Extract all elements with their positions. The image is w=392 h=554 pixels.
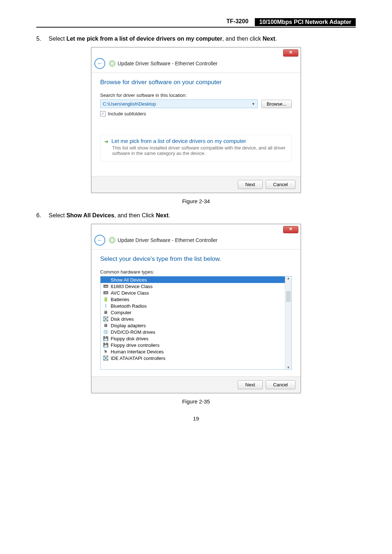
list-item-label: Floppy disk drives	[111, 336, 148, 341]
checkbox-checked-icon[interactable]: ✓	[100, 111, 106, 116]
list-item[interactable]: 🖱 Human Interface Devices	[101, 348, 291, 355]
dvd-icon: 💿	[103, 329, 109, 335]
breadcrumb: ← Update Driver Software - Ethernet Cont…	[91, 233, 301, 249]
list-item[interactable]: 💾 Floppy drive controllers	[101, 342, 291, 348]
step-6-number: 6.	[36, 212, 49, 219]
step-5-number: 5.	[36, 36, 49, 42]
list-item-label: Bluetooth Radios	[111, 303, 147, 309]
dialog-browse-driver: ✕ ← Update Driver Software - Ethernet Co…	[91, 47, 301, 193]
search-label: Search for driver software in this locat…	[100, 93, 292, 98]
dialog-titlebar: ✕	[91, 48, 301, 57]
pick-from-list-option[interactable]: ➔ Let me pick from a list of device driv…	[100, 135, 292, 161]
device-icon: 📼	[103, 283, 109, 289]
dialog-title: Browse for driver software on your compu…	[100, 79, 292, 86]
option-title: Let me pick from a list of device driver…	[111, 138, 246, 144]
path-input-value: C:\Users\english\Desktop	[103, 101, 156, 107]
battery-icon: 🔋	[103, 296, 109, 302]
step-5-text: Select Let me pick from a list of device…	[49, 36, 356, 42]
step-6-bold-1: Show All Devices	[66, 212, 114, 218]
ide-icon: 💽	[103, 355, 109, 361]
next-button[interactable]: Next	[238, 180, 263, 189]
list-item-label: Disk drives	[111, 316, 134, 322]
device-type-list[interactable]: Show All Devices 📼 61883 Device Class 📼 …	[100, 276, 292, 370]
list-item-label: Display adapters	[111, 323, 146, 328]
list-item[interactable]: 📼 61883 Device Class	[101, 283, 291, 290]
disc-icon	[109, 237, 115, 243]
list-item-label: Human Interface Devices	[111, 349, 164, 354]
device-icon: 📼	[103, 290, 109, 296]
list-item-label: Batteries	[111, 297, 129, 302]
list-item[interactable]: Show All Devices	[101, 276, 291, 283]
include-subfolders-label: Include subfolders	[108, 111, 146, 116]
button-bar: Next Cancel	[91, 176, 301, 193]
step-5-mid: , and then click	[222, 36, 262, 42]
computer-icon: 🖥	[103, 309, 109, 315]
floppy-controller-icon: 💾	[103, 342, 109, 348]
breadcrumb: ← Update Driver Software - Ethernet Cont…	[91, 57, 301, 73]
scroll-down-icon[interactable]: ▼	[287, 366, 290, 369]
figure-caption-1: Figure 2-34	[36, 198, 356, 204]
list-item-label: Computer	[111, 310, 131, 315]
list-item[interactable]: 💽 IDE ATA/ATAPI controllers	[101, 355, 291, 361]
breadcrumb-text: Update Driver Software - Ethernet Contro…	[118, 237, 217, 243]
list-item-label: Floppy drive controllers	[111, 342, 159, 348]
dialog-title: Select your device's type from the list …	[100, 255, 292, 263]
disk-icon: 💽	[103, 316, 109, 322]
list-item-label: IDE ATA/ATAPI controllers	[111, 356, 166, 361]
scroll-up-icon[interactable]: ▲	[287, 276, 290, 280]
step-6-suffix: .	[168, 212, 170, 218]
list-item[interactable]: 🖥 Display adapters	[101, 322, 291, 329]
arrow-right-icon: ➔	[104, 139, 109, 144]
chevron-down-icon[interactable]: ▼	[252, 102, 255, 106]
breadcrumb-text: Update Driver Software - Ethernet Contro…	[118, 61, 217, 66]
list-item-label: AVC Device Class	[111, 290, 149, 296]
step-5-bold-1: Let me pick from a list of device driver…	[66, 36, 222, 42]
cancel-button[interactable]: Cancel	[266, 180, 295, 189]
header-model: TF-3200	[226, 18, 248, 26]
step-6: 6. Select Show All Devices, and then Cli…	[36, 212, 356, 219]
blank-icon	[103, 277, 109, 283]
button-bar: Next Cancel	[91, 376, 301, 393]
back-arrow-icon[interactable]: ←	[94, 58, 105, 69]
step-6-prefix: Select	[49, 212, 66, 218]
floppy-icon: 💾	[103, 336, 109, 341]
back-arrow-icon[interactable]: ←	[94, 235, 105, 246]
include-subfolders-row[interactable]: ✓ Include subfolders	[100, 111, 292, 116]
page-number: 19	[36, 415, 356, 422]
figure-caption-2: Figure 2-35	[36, 398, 356, 405]
bluetooth-icon: ᛒ	[103, 303, 109, 309]
list-item[interactable]: 💾 Floppy disk drives	[101, 335, 291, 342]
step-5-bold-2: Next	[263, 36, 275, 42]
display-icon: 🖥	[103, 323, 109, 328]
dialog-titlebar: ✕	[91, 224, 301, 233]
step-5: 5. Select Let me pick from a list of dev…	[36, 36, 356, 42]
list-item[interactable]: 💿 DVD/CD-ROM drives	[101, 329, 291, 335]
dialog-select-device-type: ✕ ← Update Driver Software - Ethernet Co…	[91, 224, 301, 393]
browse-button[interactable]: Browse...	[261, 100, 292, 108]
list-item[interactable]: ᛒ Bluetooth Radios	[101, 303, 291, 309]
page-header: TF-3200 10/100Mbps PCI Network Adapter	[36, 18, 356, 28]
close-button[interactable]: ✕	[283, 49, 298, 57]
option-description: This list will show installed driver sof…	[112, 145, 288, 156]
step-6-bold-2: Next	[156, 212, 169, 218]
close-button[interactable]: ✕	[283, 226, 298, 233]
common-hardware-label: Common hardware types:	[100, 269, 292, 275]
scrollbar[interactable]: ▲ ▼	[285, 276, 291, 369]
list-item[interactable]: 📼 AVC Device Class	[101, 290, 291, 296]
path-input[interactable]: C:\Users\english\Desktop ▼	[100, 99, 258, 108]
step-6-mid: , and then Click	[114, 212, 156, 218]
header-title: 10/100Mbps PCI Network Adapter	[255, 18, 356, 26]
scroll-thumb[interactable]	[286, 291, 291, 302]
list-item-label: Show All Devices	[111, 277, 147, 283]
disc-icon	[109, 60, 115, 67]
list-item[interactable]: 🔋 Batteries	[101, 296, 291, 303]
step-5-suffix: .	[275, 36, 277, 42]
list-item-label: 61883 Device Class	[111, 284, 153, 289]
list-item[interactable]: 💽 Disk drives	[101, 316, 291, 322]
step-6-text: Select Show All Devices, and then Click …	[49, 212, 356, 219]
cancel-button[interactable]: Cancel	[266, 380, 295, 389]
next-button[interactable]: Next	[238, 380, 263, 389]
list-item[interactable]: 🖥 Computer	[101, 309, 291, 316]
step-5-prefix: Select	[49, 36, 66, 42]
hid-icon: 🖱	[103, 349, 109, 354]
